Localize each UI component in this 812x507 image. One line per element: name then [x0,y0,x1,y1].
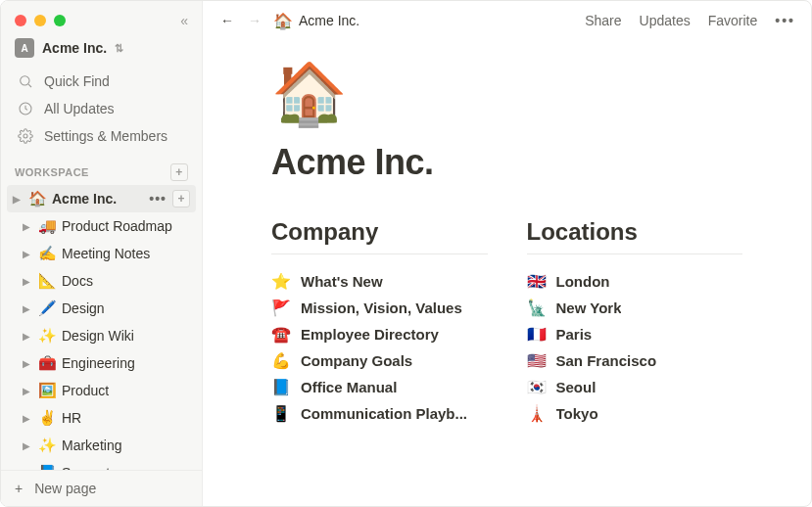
chevron-up-down-icon: ⇅ [115,42,123,55]
page-link-label: Office Manual [301,379,397,395]
close-window[interactable] [15,15,26,26]
chevron-right-icon[interactable]: ▶ [21,386,32,396]
page-link-london[interactable]: 🇬🇧London [527,268,743,295]
sidebar-item-marketing[interactable]: ▶✨Marketing•••+ [7,432,196,459]
sidebar-item-acme-inc-[interactable]: ▶🏠Acme Inc.•••+ [7,185,196,212]
page-link-emoji: 🚩 [271,299,291,317]
breadcrumb-label: Acme Inc. [299,13,359,28]
collapse-sidebar-icon[interactable]: « [180,13,188,28]
page-link-emoji: 🗼 [527,404,547,423]
sidebar-item-design-wiki[interactable]: ▶✨Design Wiki•••+ [7,322,196,349]
sidebar-item-label: Docs [62,273,93,289]
column-heading[interactable]: Locations [527,218,743,254]
page-link-san-francisco[interactable]: 🇺🇸San Francisco [527,347,743,374]
sidebar-item-label: Marketing [62,438,121,453]
page-link-what-s-new[interactable]: ⭐What's New [271,268,488,295]
breadcrumb[interactable]: 🏠 Acme Inc. [273,12,359,30]
page-link-label: Tokyo [556,405,598,422]
svg-point-0 [21,76,29,85]
page-link-emoji: 💪 [271,351,291,370]
page-title[interactable]: Acme Inc. [271,142,742,183]
breadcrumb-icon: 🏠 [273,12,293,30]
add-subpage-button[interactable]: + [172,190,190,207]
sidebar-item-hr[interactable]: ▶✌️HR•••+ [7,404,196,432]
page-link-label: Mission, Vision, Values [301,300,462,316]
sidebar-item-label: Design [62,300,105,316]
page-link-communication-playb-[interactable]: 📱Communication Playb... [271,400,488,427]
page-link-label: Seoul [556,379,597,395]
page-emoji: ✨ [38,437,56,454]
page-link-emoji: 🇫🇷 [527,325,547,344]
page-emoji: 🖼️ [38,382,56,399]
share-button[interactable]: Share [585,13,621,28]
quick-find[interactable]: Quick Find [7,68,196,95]
page-link-mission-vision-values[interactable]: 🚩Mission, Vision, Values [271,295,488,321]
sidebar-item-label: HR [62,410,81,426]
sidebar-item-label: Engineering [62,355,135,371]
page-link-office-manual[interactable]: 📘Office Manual [271,374,488,400]
chevron-right-icon[interactable]: ▶ [21,413,32,424]
settings-members[interactable]: Settings & Members [7,122,196,150]
new-page-label: New page [34,481,96,496]
page-actions-icon[interactable]: ••• [147,191,168,207]
all-updates-label: All Updates [44,101,115,116]
chevron-right-icon[interactable]: ▶ [21,221,32,232]
page-link-label: London [556,273,610,290]
updates-button[interactable]: Updates [640,13,691,28]
sidebar-item-engineering[interactable]: ▶🧰Engineering•••+ [7,349,196,377]
column-heading[interactable]: Company [271,218,488,254]
nav-forward-button[interactable]: → [246,11,263,30]
workspace-switcher[interactable]: A Acme Inc. ⇅ [1,34,202,68]
more-menu-icon[interactable]: ••• [775,13,795,28]
page-link-emoji: 📱 [271,404,291,423]
svg-point-3 [24,134,27,138]
page-emoji: 🧰 [38,354,56,372]
page-link-employee-directory[interactable]: ☎️Employee Directory [271,321,488,347]
chevron-right-icon[interactable]: ▶ [21,249,32,259]
sidebar-item-design[interactable]: ▶🖊️Design•••+ [7,295,196,322]
chevron-right-icon[interactable]: ▶ [21,440,32,451]
page-link-label: Paris [556,326,593,343]
quick-find-label: Quick Find [44,73,110,89]
chevron-right-icon[interactable]: ▶ [21,303,32,314]
page-link-emoji: 🇬🇧 [527,272,547,291]
chevron-right-icon[interactable]: ▶ [21,358,32,369]
chevron-right-icon[interactable]: ▶ [21,331,32,342]
plus-icon: + [15,481,23,496]
page-emoji: 🖊️ [38,300,56,317]
page-link-tokyo[interactable]: 🗼Tokyo [527,400,743,427]
sidebar-item-product[interactable]: ▶🖼️Product•••+ [7,377,196,404]
maximize-window[interactable] [54,15,66,26]
page-link-emoji: 📘 [271,378,291,396]
sidebar-item-label: Product Roadmap [62,218,172,234]
chevron-right-icon[interactable]: ▶ [21,276,32,287]
sidebar-item-label: Product [62,383,109,398]
page-emoji: ✌️ [38,409,56,427]
page-link-label: San Francisco [556,352,657,369]
minimize-window[interactable] [34,15,46,26]
page-link-emoji: 🇰🇷 [527,378,547,396]
page-icon[interactable]: 🏠 [271,64,742,124]
sidebar-item-meeting-notes[interactable]: ▶✍️Meeting Notes•••+ [7,240,196,267]
page-link-paris[interactable]: 🇫🇷Paris [527,321,743,347]
page-link-new-york[interactable]: 🗽New York [527,295,743,321]
page-emoji: 🏠 [28,190,46,207]
new-page-button[interactable]: + New page [1,470,202,506]
sidebar-item-support[interactable]: ▶📘Support•••+ [7,459,196,470]
chevron-right-icon[interactable]: ▶ [11,194,23,205]
sidebar-item-docs[interactable]: ▶📐Docs•••+ [7,267,196,295]
nav-back-button[interactable]: ← [218,11,236,30]
window-controls: « [1,1,202,34]
favorite-button[interactable]: Favorite [708,13,758,28]
add-workspace-page-button[interactable]: + [170,163,188,181]
page-link-label: Employee Directory [301,326,439,343]
page-emoji: ✨ [38,327,56,345]
page-link-company-goals[interactable]: 💪Company Goals [271,347,488,374]
sidebar-item-product-roadmap[interactable]: ▶🚚Product Roadmap•••+ [7,212,196,240]
sidebar-item-label: Design Wiki [62,328,134,344]
all-updates[interactable]: All Updates [7,95,196,122]
page-link-label: What's New [301,273,383,290]
page-emoji: 📐 [38,272,56,290]
page-link-seoul[interactable]: 🇰🇷Seoul [527,374,743,400]
page-link-label: New York [556,300,622,316]
